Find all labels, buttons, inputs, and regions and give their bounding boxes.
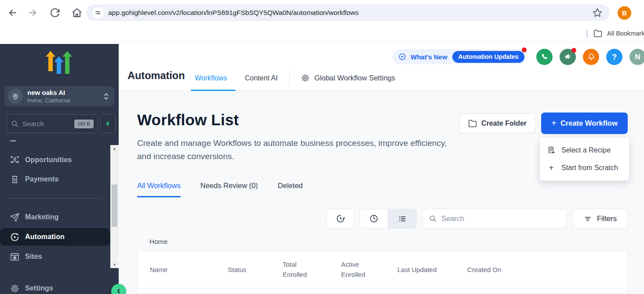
workflow-search-input[interactable]: [422, 209, 567, 229]
announcements-button[interactable]: [560, 49, 576, 65]
workflow-list-page: Workflow List Create and manage Workflow…: [119, 91, 644, 294]
chevron-left-icon: ‹: [117, 286, 120, 294]
account-name: new oaks AI: [27, 89, 103, 97]
refresh-icon: [50, 7, 60, 18]
account-selector[interactable]: new oaks AI Irvine, California: [4, 86, 114, 106]
url-bar[interactable]: app.gohighlevel.com/v2/location/lnPS691g…: [86, 4, 610, 21]
menu-item-start-from-scratch[interactable]: + Start from Scratch: [540, 159, 629, 177]
sidebar-item-label: Payments: [25, 175, 58, 183]
breadcrumb[interactable]: Home: [149, 238, 167, 246]
sidebar-item-label: Sites: [25, 253, 42, 261]
sidebar-item-label: Automation: [25, 233, 65, 241]
sidebar-item-label: Marketing: [25, 213, 58, 221]
list-icon: [397, 214, 407, 224]
sidebar-item-opportunities[interactable]: Opportunities: [0, 151, 110, 169]
list-view-button[interactable]: [388, 209, 416, 228]
dollar-glyph: $: [14, 177, 16, 181]
nav-item-partial: [10, 140, 16, 142]
create-workflow-button[interactable]: + Create Workflow: [541, 113, 628, 134]
tab-all-workflows[interactable]: All Workflows: [137, 181, 181, 197]
home-icon: [72, 7, 82, 18]
sites-icon: [10, 252, 20, 262]
filter-icon: [583, 214, 592, 223]
whats-new-label: What's New: [411, 53, 448, 61]
search-icon: [11, 120, 19, 128]
whats-new-button[interactable]: What's New Automation Updates: [393, 49, 526, 64]
sidebar: new oaks AI Irvine, California ctrl K Op…: [0, 44, 119, 294]
location-pin-icon: [8, 89, 23, 104]
scrollbar-thumb[interactable]: [112, 185, 117, 227]
browser-forward-button[interactable]: [27, 7, 38, 18]
avatar-initial: N: [635, 53, 640, 62]
all-bookmarks-button[interactable]: All Bookmarks: [593, 29, 644, 38]
notifications-button[interactable]: [583, 49, 599, 65]
clock-icon: [369, 214, 379, 224]
settings-gear-icon: [10, 283, 20, 294]
recipe-icon: [547, 146, 556, 155]
column-header-status: Status: [228, 265, 283, 275]
sidebar-item-automation[interactable]: Automation: [0, 228, 110, 246]
help-button[interactable]: ?: [606, 49, 622, 65]
chevron-updown-icon: [103, 92, 109, 101]
scroll-up-arrow[interactable]: ▲: [110, 145, 119, 152]
nav-divider: [8, 198, 102, 199]
plus-icon: +: [547, 163, 556, 173]
quick-actions-button[interactable]: [100, 114, 116, 133]
phone-button[interactable]: [536, 49, 553, 65]
gear-icon: [301, 73, 310, 83]
automation-updates-badge[interactable]: Automation Updates: [452, 51, 525, 63]
tab-deleted[interactable]: Deleted: [278, 181, 303, 197]
create-folder-label: Create Folder: [481, 120, 527, 127]
tab-content-ai[interactable]: Content AI: [245, 74, 278, 82]
app-header: What's New Automation Updates ?: [119, 43, 644, 91]
sidebar-item-settings[interactable]: Settings: [0, 279, 110, 294]
workflow-search-field[interactable]: [441, 214, 551, 223]
opportunities-icon: [10, 155, 20, 165]
time-view-button[interactable]: [360, 209, 388, 228]
browser-back-button[interactable]: [7, 7, 18, 18]
global-workflow-settings-link[interactable]: Global Workflow Settings: [301, 73, 395, 83]
history-button[interactable]: [326, 209, 354, 229]
bookmark-star-icon[interactable]: [592, 7, 603, 18]
payments-icon: $: [10, 174, 20, 185]
workflow-list-subtitle: Create and manage Workflows to automate …: [137, 137, 450, 163]
sidebar-search-field[interactable]: [22, 120, 66, 128]
sidebar-item-sites[interactable]: Sites: [0, 248, 110, 265]
lightning-bolt-icon: [104, 120, 112, 127]
menu-item-select-recipe[interactable]: Select a Recipe: [540, 142, 629, 159]
user-avatar[interactable]: N: [629, 49, 644, 65]
tab-needs-review[interactable]: Needs Review (0): [200, 181, 258, 197]
site-settings-icon[interactable]: [92, 7, 104, 18]
filters-label: Filters: [597, 214, 617, 223]
notification-dot: [571, 48, 576, 53]
create-folder-button[interactable]: Create Folder: [459, 113, 536, 133]
megaphone-icon: [564, 53, 572, 61]
column-header-total-enrolled: Total Enrolled: [283, 259, 311, 279]
folder-icon: [468, 119, 477, 128]
bookmarks-separator: [586, 29, 588, 38]
search-icon: [429, 214, 437, 223]
whats-new-icon: [398, 52, 407, 62]
sidebar-scrollbar[interactable]: ▲ ▼: [110, 145, 119, 268]
automation-icon: [10, 232, 20, 242]
sidebar-item-marketing[interactable]: Marketing: [0, 208, 110, 226]
menu-item-label: Start from Scratch: [561, 164, 618, 172]
column-header-last-updated: Last Updated: [397, 265, 467, 275]
sidebar-search-input[interactable]: ctrl K: [7, 114, 98, 133]
history-clock-icon: [335, 214, 346, 224]
browser-refresh-button[interactable]: [50, 7, 60, 18]
sidebar-item-payments[interactable]: $ Payments: [0, 171, 110, 188]
create-workflow-dropdown: Select a Recipe + Start from Scratch: [540, 138, 629, 181]
sidebar-item-label: Settings: [25, 284, 53, 292]
phone-icon: [540, 53, 549, 61]
search-shortcut-badge: ctrl K: [74, 120, 94, 128]
browser-profile-avatar[interactable]: B: [618, 6, 631, 20]
tab-workflows[interactable]: Workflows: [195, 74, 227, 82]
header-tab-separator: [289, 70, 290, 87]
folder-icon: [593, 29, 602, 38]
view-toggle-group: [360, 209, 417, 229]
scroll-down-arrow[interactable]: ▼: [110, 261, 119, 268]
filters-button[interactable]: Filters: [572, 209, 628, 229]
browser-home-button[interactable]: [72, 7, 82, 18]
column-header-active-enrolled: Active Enrolled: [341, 259, 372, 279]
